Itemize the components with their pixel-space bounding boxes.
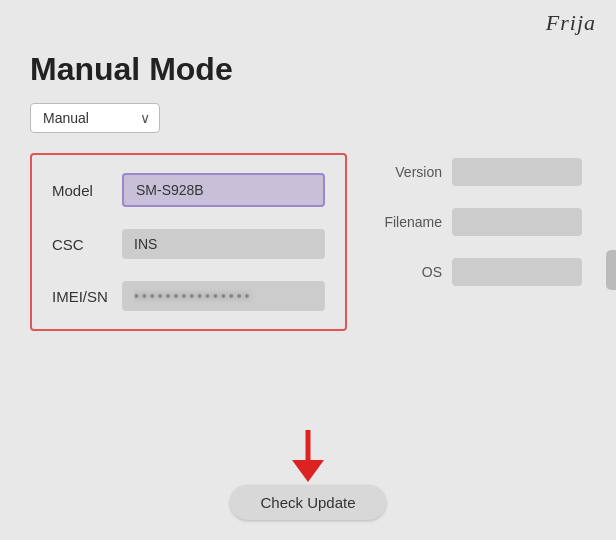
csc-input[interactable]: [122, 229, 325, 259]
os-row: OS: [377, 258, 582, 286]
model-label: Model: [52, 182, 122, 199]
model-input[interactable]: [122, 173, 325, 207]
two-column-layout: Model CSC IMEI/SN Version Filename: [30, 153, 586, 331]
model-field-row: Model: [52, 173, 325, 207]
red-arrow-icon: [278, 430, 338, 485]
imei-input[interactable]: [122, 281, 325, 311]
os-value: [452, 258, 582, 286]
mode-select[interactable]: Manual Auto: [30, 103, 160, 133]
filename-row: Filename: [377, 208, 582, 236]
imei-label: IMEI/SN: [52, 288, 122, 305]
select-container[interactable]: Manual Auto: [30, 103, 160, 133]
left-panel: Model CSC IMEI/SN: [30, 153, 347, 331]
arrow-wrapper: [278, 430, 338, 485]
csc-field-row: CSC: [52, 229, 325, 259]
version-label: Version: [377, 164, 442, 180]
svg-marker-1: [292, 460, 324, 482]
header: Frija: [0, 0, 616, 41]
main-content: Manual Mode Manual Auto Model CSC: [0, 41, 616, 351]
scroll-indicator: [606, 250, 616, 290]
imei-field-row: IMEI/SN: [52, 281, 325, 311]
os-label: OS: [377, 264, 442, 280]
mode-select-wrapper: Manual Auto: [30, 103, 586, 133]
filename-label: Filename: [377, 214, 442, 230]
version-row: Version: [377, 158, 582, 186]
page-title: Manual Mode: [30, 51, 586, 88]
app-title: Frija: [546, 10, 596, 36]
check-update-button[interactable]: Check Update: [230, 485, 385, 520]
filename-value: [452, 208, 582, 236]
right-panel: Version Filename OS: [377, 153, 582, 286]
csc-label: CSC: [52, 236, 122, 253]
bottom-area: Check Update: [0, 430, 616, 520]
version-value: [452, 158, 582, 186]
